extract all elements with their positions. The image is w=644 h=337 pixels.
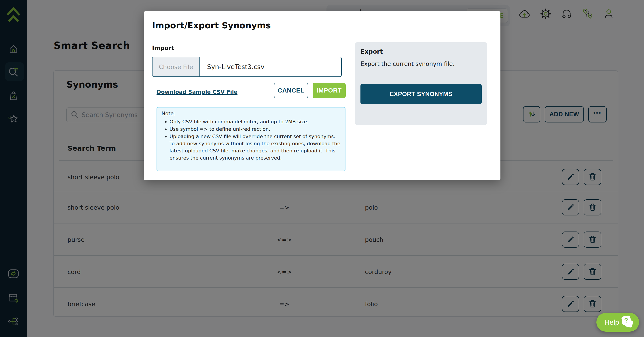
choose-file-button[interactable]: Choose File — [152, 57, 200, 76]
help-button[interactable]: Help ? — [596, 313, 639, 332]
cancel-button[interactable]: CANCEL — [274, 83, 308, 98]
note-bullet-list: Only CSV file with comma delimiter, and … — [162, 118, 340, 162]
import-button[interactable]: IMPORT — [312, 83, 346, 98]
selected-file-name: Syn-LiveTest3.csv — [200, 57, 341, 76]
export-section-label: Export — [360, 48, 383, 55]
dialog-title: Import/Export Synonyms — [152, 20, 271, 30]
export-synonyms-button[interactable]: EXPORT SYNONYMS — [360, 84, 482, 104]
import-export-dialog: Import/Export Synonyms Import Choose Fil… — [144, 11, 500, 180]
question-chat-icon: ? — [622, 316, 634, 329]
download-sample-csv-link[interactable]: Download Sample CSV File — [156, 89, 238, 95]
help-button-label: Help — [604, 318, 619, 327]
file-input: Choose File Syn-LiveTest3.csv — [152, 57, 342, 77]
note-box: Note: Only CSV file with comma delimiter… — [156, 107, 346, 171]
note-bullet: Only CSV file with comma delimiter, and … — [170, 118, 340, 125]
export-section: Export Export the current synonym file. … — [355, 42, 487, 125]
app-root: / RE — [0, 0, 644, 337]
note-bullet: Use symbol => to define uni-redirection. — [170, 126, 340, 133]
export-description: Export the current synonym file. — [360, 60, 454, 67]
import-section-label: Import — [152, 45, 174, 51]
note-title: Note: — [162, 111, 340, 116]
note-bullet: Uploading a new CSV file will override t… — [170, 133, 340, 162]
